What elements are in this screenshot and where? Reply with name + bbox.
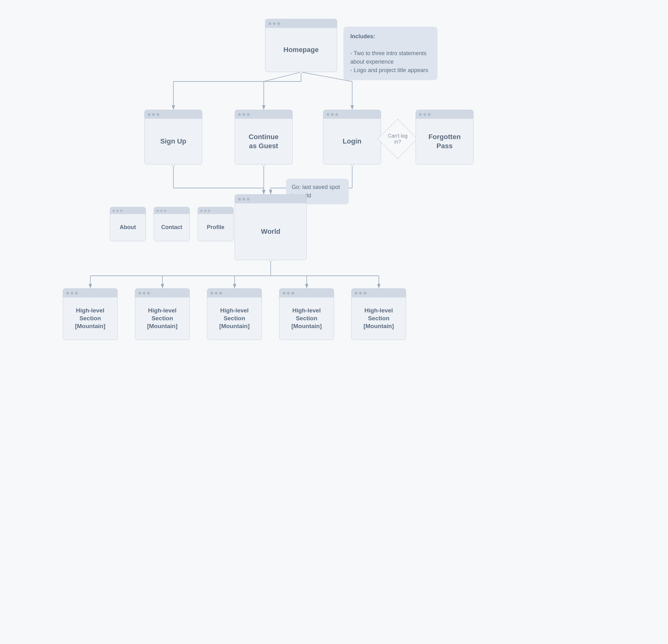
world-body: World [235, 203, 306, 260]
dot2 [287, 292, 290, 295]
profile-card: Profile [198, 207, 234, 241]
about-label: About [120, 224, 136, 231]
homepage-titlebar [265, 19, 337, 28]
contact-label: Contact [161, 224, 182, 231]
homepage-callout-body: - Two to three intro statements about ex… [350, 50, 428, 73]
dot1 [238, 113, 241, 116]
dot1 [148, 113, 151, 116]
dot1 [327, 113, 329, 116]
section3-card: High-levelSection[Mountain] [207, 288, 262, 340]
world-card: World [234, 194, 307, 260]
section3-label: High-levelSection[Mountain] [219, 307, 249, 330]
login-card: Login [323, 110, 381, 164]
section4-body: High-levelSection[Mountain] [279, 297, 334, 340]
dot3 [219, 292, 222, 295]
profile-titlebar [198, 207, 233, 214]
dot3 [428, 113, 430, 116]
dot1 [210, 292, 213, 295]
section1-card: High-levelSection[Mountain] [63, 288, 118, 340]
dot2 [160, 210, 163, 212]
section1-body: High-levelSection[Mountain] [63, 297, 117, 340]
about-body: About [110, 214, 146, 241]
contact-titlebar [154, 207, 189, 214]
homepage-body: Homepage [265, 28, 337, 72]
dot2 [71, 292, 73, 295]
dot3 [147, 292, 150, 295]
homepage-card: Homepage [265, 19, 337, 72]
dot1 [355, 292, 358, 295]
about-card: About [110, 207, 146, 241]
dot2 [242, 198, 245, 201]
dot1 [138, 292, 141, 295]
dot2 [273, 22, 276, 25]
world-titlebar [235, 194, 306, 203]
dot3 [277, 22, 280, 25]
dot1 [112, 210, 115, 212]
dot2 [359, 292, 362, 295]
signup-titlebar [145, 110, 202, 119]
homepage-callout-text: Includes: [350, 33, 375, 40]
section5-titlebar [352, 288, 406, 297]
dot1 [238, 198, 241, 201]
login-body: Login [323, 119, 381, 164]
section4-label: High-levelSection[Mountain] [291, 307, 322, 330]
section5-label: High-levelSection[Mountain] [363, 307, 394, 330]
section3-body: High-levelSection[Mountain] [207, 297, 261, 340]
dot2 [423, 113, 426, 116]
guest-label: Continue as Guest [249, 132, 278, 151]
diamond-cant-login: Can't log in? [380, 122, 415, 156]
dot3 [75, 292, 78, 295]
contact-card: Contact [154, 207, 190, 241]
dot3 [208, 210, 210, 212]
section2-label: High-levelSection[Mountain] [147, 307, 178, 330]
profile-label: Profile [207, 224, 224, 231]
svg-line-4 [264, 72, 301, 81]
guest-titlebar [235, 110, 292, 119]
dot3 [156, 113, 159, 116]
forgotten-label: Forgotten Pass [421, 132, 468, 151]
contact-body: Contact [154, 214, 189, 241]
dot3 [247, 198, 249, 201]
about-titlebar [110, 207, 146, 214]
signup-card: Sign Up [144, 110, 202, 164]
dot2 [143, 292, 146, 295]
diamond-label: Can't log in? [385, 133, 410, 145]
forgotten-body: Forgotten Pass [416, 119, 473, 164]
dot1 [156, 210, 159, 212]
dot2 [331, 113, 334, 116]
dot3 [363, 292, 366, 295]
signup-label: Sign Up [160, 137, 186, 146]
dot3 [291, 292, 294, 295]
homepage-label: Homepage [284, 45, 319, 54]
dot1 [283, 292, 285, 295]
login-label: Login [343, 137, 362, 146]
dot3 [164, 210, 166, 212]
section4-card: High-levelSection[Mountain] [279, 288, 334, 340]
dot3 [120, 210, 122, 212]
dot1 [66, 292, 69, 295]
section2-body: High-levelSection[Mountain] [135, 297, 189, 340]
section2-card: High-levelSection[Mountain] [135, 288, 190, 340]
signup-body: Sign Up [145, 119, 202, 164]
profile-body: Profile [198, 214, 233, 241]
dot3 [247, 113, 249, 116]
dot1 [200, 210, 202, 212]
section2-titlebar [135, 288, 189, 297]
section1-titlebar [63, 288, 117, 297]
guest-body: Continue as Guest [235, 119, 292, 164]
section4-titlebar [279, 288, 334, 297]
forgotten-card: Forgotten Pass [415, 110, 473, 164]
dot3 [335, 113, 338, 116]
dot2 [215, 292, 218, 295]
dot2 [204, 210, 206, 212]
guest-card: Continue as Guest [234, 110, 293, 164]
diagram-container: Homepage Includes: - Two to three intro … [0, 0, 668, 644]
dot1 [269, 22, 271, 25]
homepage-callout: Includes: - Two to three intro statement… [344, 27, 438, 80]
forgotten-titlebar [416, 110, 473, 119]
section5-body: High-levelSection[Mountain] [352, 297, 406, 340]
login-titlebar [323, 110, 381, 119]
section3-titlebar [207, 288, 261, 297]
dot1 [419, 113, 422, 116]
world-label: World [261, 227, 280, 236]
